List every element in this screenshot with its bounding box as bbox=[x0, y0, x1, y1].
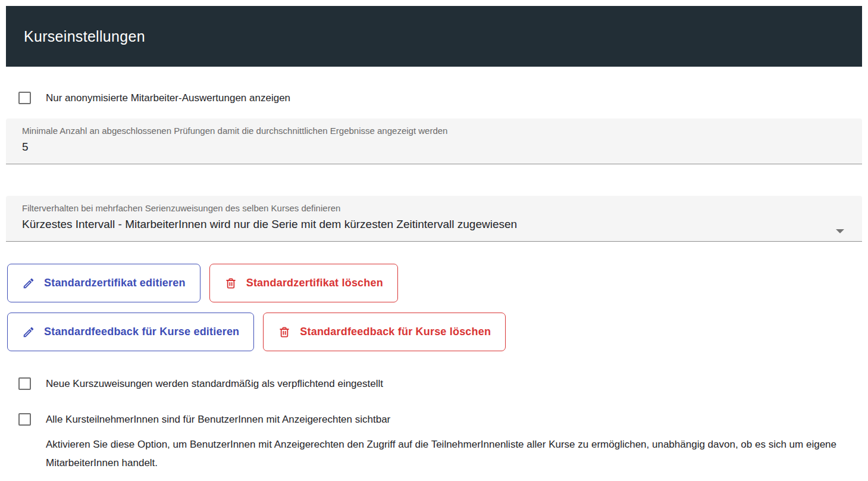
filter-behavior-value: Kürzestes Intervall - MitarbeiterInnen w… bbox=[22, 217, 844, 241]
page-title: Kurseinstellungen bbox=[24, 28, 145, 45]
delete-certificate-button[interactable]: Standardzertifikat löschen bbox=[209, 264, 398, 302]
feedback-button-row: Standardfeedback für Kurse editieren Sta… bbox=[7, 313, 862, 351]
trash-icon bbox=[278, 326, 291, 339]
edit-feedback-button[interactable]: Standardfeedback für Kurse editieren bbox=[7, 313, 254, 351]
checkbox-anonymized[interactable] bbox=[18, 92, 31, 104]
delete-feedback-button[interactable]: Standardfeedback für Kurse löschen bbox=[263, 313, 506, 351]
delete-certificate-label: Standardzertifikat löschen bbox=[246, 277, 383, 289]
field-min-exams: Minimale Anzahl an abgeschlossenen Prüfu… bbox=[6, 118, 862, 164]
trash-icon bbox=[224, 277, 237, 290]
filter-behavior-select[interactable]: Filterverhalten bei mehrfachen Serienzuw… bbox=[6, 196, 862, 242]
pencil-icon bbox=[22, 326, 35, 339]
pencil-icon bbox=[22, 277, 35, 290]
checkbox-participants-visible[interactable] bbox=[18, 413, 31, 426]
certificate-button-row: Standardzertifikat editieren Standardzer… bbox=[7, 264, 862, 302]
edit-certificate-label: Standardzertifikat editieren bbox=[44, 277, 186, 289]
filter-behavior-label: Filterverhalten bei mehrfachen Serienzuw… bbox=[22, 202, 844, 214]
edit-certificate-button[interactable]: Standardzertifikat editieren bbox=[7, 264, 200, 302]
checkbox-row-mandatory: Neue Kurszuweisungen werden standardmäßi… bbox=[18, 377, 862, 390]
edit-feedback-label: Standardfeedback für Kurse editieren bbox=[44, 326, 239, 338]
min-exams-input[interactable]: 5 bbox=[22, 139, 844, 164]
checkbox-anonymized-label: Nur anonymisierte Mitarbeiter-Auswertung… bbox=[46, 92, 290, 104]
course-settings-page: Kurseinstellungen Nur anonymisierte Mita… bbox=[0, 0, 868, 472]
chevron-down-icon bbox=[836, 229, 844, 233]
field-min-exams-label: Minimale Anzahl an abgeschlossenen Prüfu… bbox=[22, 125, 844, 137]
checkbox-mandatory[interactable] bbox=[18, 377, 31, 390]
checkbox-participants-visible-label: Alle KursteilnehmerInnen sind für Benutz… bbox=[46, 414, 390, 426]
participants-visible-hint: Aktivieren Sie diese Option, um Benutzer… bbox=[46, 435, 862, 472]
page-header: Kurseinstellungen bbox=[6, 6, 862, 67]
checkbox-row-participants-visible: Alle KursteilnehmerInnen sind für Benutz… bbox=[18, 413, 862, 426]
delete-feedback-label: Standardfeedback für Kurse löschen bbox=[300, 326, 491, 338]
checkbox-mandatory-label: Neue Kurszuweisungen werden standardmäßi… bbox=[46, 378, 383, 390]
checkbox-row-anonymized: Nur anonymisierte Mitarbeiter-Auswertung… bbox=[18, 92, 862, 104]
